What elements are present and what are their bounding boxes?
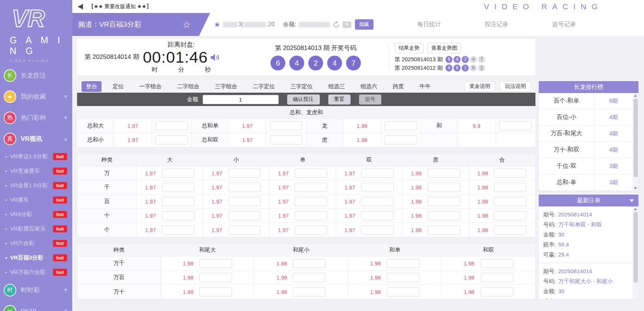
ranking-row[interactable]: 万百-和尾大4期 — [539, 126, 633, 142]
play-tab[interactable]: 一字组合 — [135, 81, 166, 92]
bet-amount-input[interactable] — [295, 169, 327, 178]
scroll-up-arrow[interactable] — [633, 206, 638, 212]
bet-amount-input[interactable] — [155, 135, 188, 145]
ranking-scrollbar[interactable] — [633, 93, 638, 191]
sidebar-item[interactable]: KPK10▼ — [0, 301, 72, 311]
hide-balance-button[interactable]: 隐藏 — [355, 19, 374, 30]
sound-speaker-icon[interactable] — [209, 52, 220, 63]
bet-amount-input[interactable] — [295, 211, 327, 220]
bet-amount-input[interactable] — [385, 121, 417, 130]
sidebar-item[interactable]: ★我的收藏▼ — [0, 86, 72, 107]
sidebar-sub-item[interactable]: •VR六合彩hot — [0, 236, 72, 251]
bet-amount-input[interactable] — [199, 273, 232, 282]
bet-amount-input[interactable] — [494, 197, 527, 206]
bet-amount-input[interactable] — [387, 259, 419, 268]
sidebar-sub-item[interactable]: •VR万福六合彩hot — [0, 265, 72, 279]
bet-amount-input[interactable] — [494, 225, 527, 235]
play-tab[interactable]: 二字定位 — [248, 81, 279, 92]
help-button[interactable]: 奖金说明 — [464, 81, 495, 92]
scrollbar-thumb[interactable] — [634, 99, 638, 177]
header-nav-link[interactable]: 每日统计 — [417, 21, 441, 29]
bet-amount-input[interactable] — [228, 183, 261, 192]
sidebar-item[interactable]: 热热门彩种▼ — [0, 107, 72, 128]
latest-bets-scrollbar[interactable] — [633, 206, 638, 299]
ranking-row[interactable]: 总和-单3期 — [539, 175, 633, 191]
bet-amount-input[interactable] — [428, 169, 460, 178]
bet-amount-input[interactable] — [361, 183, 394, 192]
sidebar-sub-item[interactable]: •VR金星1.5分彩hot — [0, 178, 72, 193]
trend-button[interactable]: 结果走势 — [395, 43, 424, 53]
bet-amount-input[interactable] — [387, 273, 419, 282]
bet-amount-input[interactable] — [162, 225, 195, 235]
bet-amount-input[interactable] — [228, 169, 261, 178]
bet-amount-input[interactable] — [270, 121, 302, 130]
bet-amount-input[interactable] — [385, 135, 417, 145]
ranking-row[interactable]: 千位-双3期 — [539, 158, 633, 175]
bet-amount-input[interactable] — [162, 183, 195, 192]
bet-amount-input[interactable] — [428, 183, 460, 192]
sidebar-item[interactable]: 长长龙投注 — [0, 65, 72, 86]
sidebar-sub-item[interactable]: •VR赛车hot — [0, 193, 72, 207]
play-tab[interactable]: 整合 — [82, 81, 102, 92]
help-button[interactable]: 玩法说明 — [500, 81, 531, 92]
bet-amount-input[interactable] — [428, 225, 460, 235]
play-tab[interactable]: 组选六 — [356, 81, 382, 92]
bet-amount-input[interactable] — [494, 183, 527, 192]
bet-amount-input[interactable] — [481, 287, 513, 297]
confirm-button[interactable]: 确认投注 — [287, 95, 320, 105]
bet-amount-input[interactable] — [199, 287, 232, 297]
play-tab[interactable]: 二字组合 — [173, 81, 204, 92]
sidebar-sub-item[interactable]: •VR竞速赛车hot — [0, 164, 72, 178]
header-nav-link[interactable]: 追号记录 — [552, 21, 576, 29]
scroll-up-arrow[interactable] — [633, 93, 638, 98]
play-tab[interactable]: 三字组合 — [210, 81, 242, 92]
collapse-chevron-icon[interactable] — [630, 199, 634, 202]
bet-amount-input[interactable] — [270, 135, 302, 145]
favorite-star-icon[interactable]: ☆ — [183, 19, 191, 30]
play-tab[interactable]: 牛牛 — [415, 81, 435, 92]
bet-amount-input[interactable] — [162, 169, 195, 178]
chase-button[interactable]: 追号 — [359, 95, 381, 105]
bet-amount-input[interactable] — [162, 197, 195, 206]
trend-button[interactable]: 查看走势图 — [427, 43, 461, 53]
bet-amount-input[interactable] — [481, 273, 513, 282]
bet-amount-input[interactable] — [361, 197, 394, 206]
amount-input[interactable] — [203, 95, 279, 104]
sidebar-item[interactable]: 真VR视讯▲ — [0, 128, 72, 149]
sidebar-sub-item[interactable]: •VR百福3分彩hot — [0, 251, 72, 265]
balance-dropdown-icon[interactable] — [343, 21, 351, 28]
sidebar-item[interactable]: 时时时彩▼ — [0, 279, 72, 301]
sidebar-sub-item[interactable]: •VR3分彩hot — [0, 207, 72, 222]
bet-amount-input[interactable] — [228, 197, 261, 206]
scrollbar-thumb[interactable] — [634, 212, 638, 282]
play-tab[interactable]: 组选三 — [324, 81, 349, 92]
ranking-row[interactable]: 万十-和双4期 — [539, 142, 633, 158]
bet-amount-input[interactable] — [295, 197, 327, 206]
reset-button[interactable]: 重置 — [328, 95, 351, 105]
bet-amount-input[interactable] — [295, 183, 327, 192]
bet-amount-input[interactable] — [361, 211, 394, 220]
bet-amount-input[interactable] — [499, 121, 532, 130]
bet-amount-input[interactable] — [293, 273, 326, 282]
bet-amount-input[interactable] — [387, 287, 419, 297]
bet-amount-input[interactable] — [228, 225, 261, 235]
play-tab[interactable]: 三字定位 — [286, 81, 317, 92]
scroll-down-arrow[interactable] — [633, 186, 638, 191]
bet-amount-input[interactable] — [428, 197, 460, 206]
bet-amount-input[interactable] — [293, 259, 326, 268]
bet-amount-input[interactable] — [162, 211, 195, 220]
sidebar-sub-item[interactable]: •VR彩票百家乐hot — [0, 222, 72, 236]
bet-amount-input[interactable] — [199, 259, 232, 268]
play-tab[interactable]: 定位 — [108, 81, 128, 92]
bet-amount-input[interactable] — [293, 287, 326, 297]
bet-amount-input[interactable] — [295, 225, 327, 235]
play-tab[interactable]: 跨度 — [388, 81, 408, 92]
refresh-icon[interactable] — [333, 21, 340, 28]
bet-amount-input[interactable] — [361, 169, 394, 178]
bet-amount-input[interactable] — [428, 211, 460, 220]
ranking-row[interactable]: 百个-和单8期 — [539, 93, 633, 109]
bet-amount-input[interactable] — [228, 211, 261, 220]
ranking-row[interactable]: 百位-小4期 — [539, 109, 633, 126]
bet-amount-input[interactable] — [494, 211, 527, 220]
bet-amount-input[interactable] — [481, 259, 513, 268]
